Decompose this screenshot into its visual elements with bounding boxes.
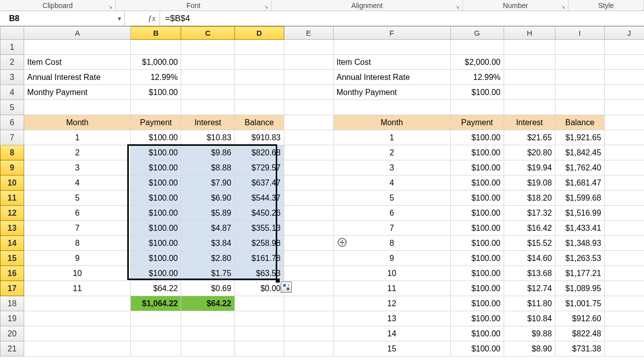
cell-H19[interactable]: $10.84 [504, 311, 555, 326]
row-header-12[interactable]: 12 [1, 206, 24, 221]
cell-I9[interactable]: $1,762.40 [555, 160, 604, 175]
cell-B17[interactable]: $64.22 [131, 281, 181, 296]
cell-H8[interactable]: $20.80 [504, 145, 555, 160]
cell-J15[interactable] [604, 251, 644, 266]
cell-C5[interactable] [181, 100, 234, 115]
cell-A10[interactable]: 4 [24, 175, 130, 191]
cell-A11[interactable]: 5 [24, 191, 130, 206]
cell-F1[interactable] [333, 40, 450, 55]
cell-H4[interactable] [504, 85, 555, 100]
cell-H3[interactable] [504, 70, 555, 85]
cell-E19[interactable] [284, 311, 333, 326]
cell-B8[interactable]: $100.00 [131, 145, 181, 160]
cell-D17[interactable]: $0.00 [234, 281, 284, 296]
cell-C2[interactable] [181, 55, 234, 70]
cell-J13[interactable] [604, 221, 644, 236]
row-header-11[interactable]: 11 [1, 191, 24, 206]
row-header-6[interactable]: 6 [1, 115, 24, 130]
cell-A3[interactable]: Annual Interest Rate [24, 70, 130, 85]
cell-B12[interactable]: $100.00 [131, 206, 181, 221]
cell-I18[interactable]: $1,001.75 [555, 296, 604, 311]
cell-E6[interactable] [284, 115, 333, 130]
cell-D19[interactable] [234, 311, 284, 326]
cell-D12[interactable]: $450.26 [234, 206, 284, 221]
column-header-D[interactable]: D [234, 27, 284, 40]
cell-A5[interactable] [24, 100, 130, 115]
cell-D10[interactable]: $637.47 [234, 175, 284, 191]
cell-F12[interactable]: 6 [333, 206, 450, 221]
cell-J18[interactable] [604, 296, 644, 311]
cell-G6[interactable]: Payment [450, 115, 504, 130]
cell-B20[interactable] [131, 326, 181, 341]
cell-E12[interactable] [284, 206, 333, 221]
cell-F20[interactable]: 14 [333, 326, 450, 341]
cell-I19[interactable]: $912.60 [555, 311, 604, 326]
cell-A2[interactable]: Item Cost [24, 55, 130, 70]
cell-G16[interactable]: $100.00 [450, 266, 504, 281]
row-header-13[interactable]: 13 [1, 221, 24, 236]
select-all-corner[interactable] [1, 27, 24, 40]
fill-handle[interactable] [276, 279, 280, 283]
cell-H16[interactable]: $13.68 [504, 266, 555, 281]
row-header-17[interactable]: 17 [1, 281, 24, 296]
cell-E8[interactable] [284, 145, 333, 160]
cell-F3[interactable]: Annual Interest Rate [333, 70, 450, 85]
row-header-20[interactable]: 20 [1, 326, 24, 341]
cell-E1[interactable] [284, 40, 333, 55]
cell-I3[interactable] [555, 70, 604, 85]
row-header-15[interactable]: 15 [1, 251, 24, 266]
cell-H13[interactable]: $16.42 [504, 221, 555, 236]
cell-F4[interactable]: Monthy Payment [333, 85, 450, 100]
cell-E11[interactable] [284, 191, 333, 206]
cell-C6[interactable]: Interest [181, 115, 234, 130]
cell-H20[interactable]: $9.88 [504, 326, 555, 341]
cell-F2[interactable]: Item Cost [333, 55, 450, 70]
cell-D11[interactable]: $544.37 [234, 191, 284, 206]
cell-F7[interactable]: 1 [333, 130, 450, 145]
cell-G3[interactable]: 12.99% [450, 70, 504, 85]
column-header-I[interactable]: I [555, 27, 604, 40]
cell-F14[interactable]: 8 [333, 236, 450, 251]
cell-A4[interactable]: Monthy Payment [24, 85, 130, 100]
cell-C4[interactable] [181, 85, 234, 100]
cell-E2[interactable] [284, 55, 333, 70]
cell-A12[interactable]: 6 [24, 206, 130, 221]
row-header-1[interactable]: 1 [1, 40, 24, 55]
dialog-launcher-icon[interactable]: ↘ [454, 4, 460, 10]
name-box-dropdown-icon[interactable]: ▼ [117, 16, 122, 22]
cell-A1[interactable] [24, 40, 130, 55]
row-header-8[interactable]: 8 [1, 145, 24, 160]
cell-G15[interactable]: $100.00 [450, 251, 504, 266]
cell-F9[interactable]: 3 [333, 160, 450, 175]
cell-B18[interactable]: $1,064.22 [131, 296, 181, 311]
cell-C15[interactable]: $2.80 [181, 251, 234, 266]
cell-G11[interactable]: $100.00 [450, 191, 504, 206]
cell-D9[interactable]: $729.57 [234, 160, 284, 175]
cell-D5[interactable] [234, 100, 284, 115]
cell-J1[interactable] [604, 40, 644, 55]
column-header-B[interactable]: B [131, 27, 181, 40]
cell-G17[interactable]: $100.00 [450, 281, 504, 296]
cell-E9[interactable] [284, 160, 333, 175]
cell-I16[interactable]: $1,177.21 [555, 266, 604, 281]
row-header-2[interactable]: 2 [1, 55, 24, 70]
cell-F10[interactable]: 4 [333, 175, 450, 191]
column-header-G[interactable]: G [450, 27, 504, 40]
cell-B7[interactable]: $100.00 [131, 130, 181, 145]
cell-H17[interactable]: $12.74 [504, 281, 555, 296]
name-box[interactable] [7, 13, 117, 24]
cell-H1[interactable] [504, 40, 555, 55]
cell-D15[interactable]: $161.78 [234, 251, 284, 266]
cell-B21[interactable] [131, 341, 181, 356]
cell-J7[interactable] [604, 130, 644, 145]
cell-C9[interactable]: $8.88 [181, 160, 234, 175]
cell-B15[interactable]: $100.00 [131, 251, 181, 266]
cell-F18[interactable]: 12 [333, 296, 450, 311]
cell-A8[interactable]: 2 [24, 145, 130, 160]
cell-B1[interactable] [131, 40, 181, 55]
cell-E16[interactable] [284, 266, 333, 281]
cell-J9[interactable] [604, 160, 644, 175]
cell-D3[interactable] [234, 70, 284, 85]
cell-H7[interactable]: $21.65 [504, 130, 555, 145]
cell-C10[interactable]: $7.90 [181, 175, 234, 191]
